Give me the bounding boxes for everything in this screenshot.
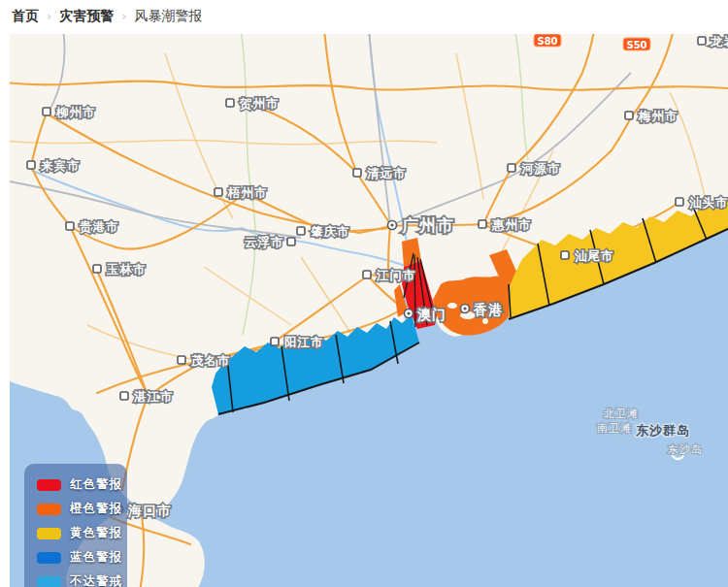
island <box>447 303 457 309</box>
legend-label-below-alert: 不达警戒 <box>70 573 122 587</box>
city-label-hezhou: 贺州市 <box>239 96 280 111</box>
city-label-longyan: 龙岩市 <box>710 34 728 49</box>
breadcrumb-home[interactable]: 首页 <box>12 8 39 25</box>
legend-row-orange: 橙色警报 <box>37 497 127 521</box>
city-label-guangzhou: 广州市 <box>401 215 454 235</box>
city-label-guigang: 贵港市 <box>79 219 119 234</box>
city-label-yangjiang: 阳江市 <box>284 335 324 349</box>
city-label-macau: 澳门 <box>416 307 447 322</box>
breadcrumb-storm-surge: 风暴潮警报 <box>134 8 202 25</box>
road-shield-s80: S80 <box>534 34 561 47</box>
sea-label-nanweitan: 南卫滩 <box>597 422 632 435</box>
city-label-liuzhou: 柳州市 <box>55 105 96 119</box>
breadcrumb-separator: › <box>47 9 51 23</box>
legend-swatch-yellow <box>37 528 61 539</box>
city-label-wuzhou: 梧州市 <box>227 185 268 200</box>
legend-label-orange: 橙色警报 <box>70 501 122 517</box>
city-label-shanwei: 汕尾市 <box>574 248 614 263</box>
city-label-hongkong: 香港 <box>473 302 503 317</box>
island <box>482 318 488 324</box>
breadcrumb-separator: › <box>121 9 126 23</box>
city-label-heyuan: 河源市 <box>520 161 561 176</box>
legend-swatch-orange <box>37 504 61 515</box>
city-label-yunfu: 云浮市 <box>245 235 284 249</box>
legend-swatch-red <box>37 479 61 491</box>
legend-row-below-alert: 不达警戒 <box>37 570 127 587</box>
legend-label-yellow: 黄色警报 <box>70 525 122 541</box>
legend-label-blue: 蓝色警报 <box>70 549 122 566</box>
legend-row-yellow: 黄色警报 <box>37 521 127 545</box>
storm-surge-warning-map[interactable]: S80 S50 柳州市 来宾市 贺州市 贵港市 玉林市 梧州市 <box>10 34 728 587</box>
road-shield-s50: S50 <box>623 38 650 50</box>
road-shield-label: S80 <box>537 36 557 47</box>
legend-row-blue: 蓝色警报 <box>37 545 127 570</box>
city-label-laibin: 来宾市 <box>40 158 81 173</box>
city-label-zhanjiang: 湛江市 <box>133 389 174 404</box>
legend-row-red: 红色警报 <box>37 473 127 497</box>
road-shield-label: S50 <box>626 40 646 50</box>
breadcrumb-disaster-warning[interactable]: 灾害预警 <box>59 8 114 25</box>
city-label-maoming: 茂名市 <box>190 353 231 368</box>
city-label-meizhou: 梅州市 <box>638 109 678 123</box>
island <box>169 475 179 481</box>
city-label-qingyuan: 清远市 <box>366 166 407 180</box>
sea-label-dongsha-dao: 东沙岛 <box>668 443 703 456</box>
city-label-jiangmen: 江门市 <box>376 268 416 282</box>
breadcrumb: 首页 › 灾害预警 › 风暴潮警报 <box>0 0 728 32</box>
legend-swatch-below-alert <box>37 576 61 587</box>
sea-label-dongsha-qundao: 东沙群岛 <box>635 423 690 438</box>
city-label-zhaoqing: 肇庆市 <box>311 224 350 239</box>
city-label-haikou: 海口市 <box>127 503 172 518</box>
legend-swatch-blue <box>37 552 61 564</box>
city-label-shantou: 汕头市 <box>688 195 728 210</box>
city-label-yulin: 玉林市 <box>106 262 147 277</box>
island <box>150 461 164 469</box>
sea-label-beiweitan: 北卫滩 <box>603 408 639 420</box>
city-label-huizhou: 惠州市 <box>491 217 532 232</box>
legend-label-red: 红色警报 <box>70 476 122 493</box>
warning-legend: 红色警报 橙色警报 黄色警报 蓝色警报 不达警戒 <box>24 464 127 587</box>
